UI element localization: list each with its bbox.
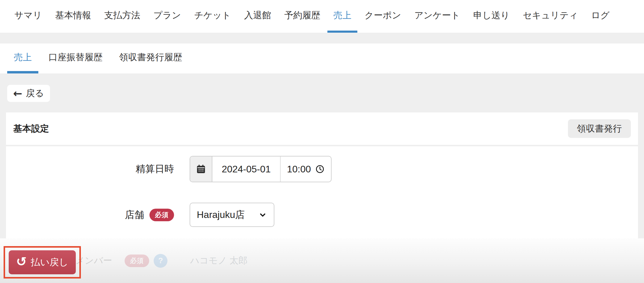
tab-reservation-history[interactable]: 予約履歴 xyxy=(278,0,326,33)
refund-button-label: 払い戻し xyxy=(31,256,68,269)
tab-plan[interactable]: プラン xyxy=(147,0,187,33)
tab-payment-method[interactable]: 支払方法 xyxy=(98,0,146,33)
subtab-sales-active[interactable]: 売上 xyxy=(7,43,38,73)
clock-icon xyxy=(315,164,325,174)
help-icon: ? xyxy=(154,254,167,268)
tab-ticket[interactable]: チケット xyxy=(188,0,237,33)
tab-entry-exit[interactable]: 入退館 xyxy=(238,0,277,33)
required-badge: 必須 xyxy=(149,209,174,221)
store-label: 店舗 xyxy=(125,208,144,222)
member-value: ハコモノ 太郎 xyxy=(190,255,247,267)
issue-receipt-button[interactable]: 領収書発行 xyxy=(568,119,631,138)
tab-survey[interactable]: アンケート xyxy=(408,0,466,33)
store-selected-value: Harajuku店 xyxy=(197,208,245,222)
sales-sub-tab-bar: 売上 口座振替履歴 領収書発行履歴 xyxy=(0,43,644,73)
basic-settings-body: 精算日時 xyxy=(6,146,638,238)
tab-coupon[interactable]: クーポン xyxy=(359,0,407,33)
settlement-datetime-label: 精算日時 xyxy=(136,162,174,176)
undo-icon: ↺ xyxy=(16,255,27,268)
member-label: メンバー xyxy=(75,255,112,267)
arrow-left-icon: ← xyxy=(13,88,22,99)
chevron-down-icon xyxy=(258,210,267,219)
back-button-label: 戻る xyxy=(26,87,44,100)
basic-settings-header: 基本設定 領収書発行 xyxy=(6,112,638,145)
sticky-footer-bar: メンバー 必須 ? ハコモノ 太郎 ✓ 保存時に付与チケットを更新する 保存する xyxy=(0,238,644,283)
settlement-time-input[interactable]: 10:00 xyxy=(281,156,331,182)
calendar-icon xyxy=(196,164,206,174)
click-highlight-outline: ↺ 払い戻し xyxy=(4,246,81,279)
calendar-picker-button[interactable] xyxy=(190,156,212,182)
member-required-badge: 必須 xyxy=(125,255,149,267)
refund-button[interactable]: ↺ 払い戻し xyxy=(9,250,76,274)
tab-summary[interactable]: サマリ xyxy=(8,0,48,33)
tab-security[interactable]: セキュリティ xyxy=(517,0,584,33)
back-button[interactable]: ← 戻る xyxy=(7,85,50,102)
settlement-time-value: 10:00 xyxy=(287,164,311,175)
tab-log[interactable]: ログ xyxy=(585,0,616,33)
store-select[interactable]: Harajuku店 xyxy=(190,203,274,227)
subtab-direct-debit-history[interactable]: 口座振替履歴 xyxy=(42,43,109,73)
member-row-faded: メンバー 必須 ? ハコモノ 太郎 xyxy=(75,238,247,283)
settlement-datetime-row: 精算日時 xyxy=(6,156,638,182)
section-title: 基本設定 xyxy=(13,123,49,135)
tab-sales-active[interactable]: 売上 xyxy=(327,0,357,33)
subtab-receipt-issue-history[interactable]: 領収書発行履歴 xyxy=(113,43,189,73)
store-row: 店舗 必須 Harajuku店 xyxy=(6,203,638,227)
settlement-date-value: 2024-05-01 xyxy=(222,164,271,175)
main-tab-bar: サマリ 基本情報 支払方法 プラン チケット 入退館 予約履歴 売上 クーポン … xyxy=(0,0,644,33)
tab-basic-info[interactable]: 基本情報 xyxy=(49,0,97,33)
settlement-datetime-group: 2024-05-01 10:00 xyxy=(190,156,332,182)
tab-handover[interactable]: 申し送り xyxy=(467,0,515,33)
settlement-date-input[interactable]: 2024-05-01 xyxy=(212,156,281,182)
